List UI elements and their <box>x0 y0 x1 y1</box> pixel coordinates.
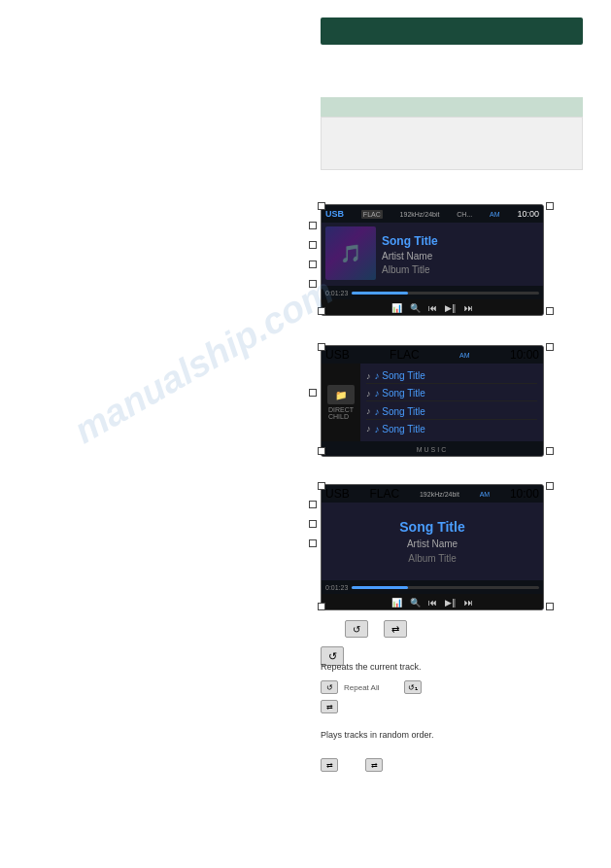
source-s1: CH... <box>457 211 472 218</box>
bracket-s1-bl <box>318 307 325 315</box>
note-icon-1: ♪ <box>366 371 371 381</box>
note-icon-2: ♪ <box>366 389 371 399</box>
repeat-desc-text: Repeats the current track. <box>321 661 583 674</box>
eq-btn-s3[interactable]: 📊 <box>391 598 402 608</box>
am-s2: AM <box>459 352 470 359</box>
bracket-s1-tr <box>546 202 554 210</box>
shuffle-icons-row: ⇄ <box>321 700 338 713</box>
list-item-2[interactable]: ♪ ♪ Song Title <box>366 386 537 401</box>
shuffle-icon-alt1: ⇄ <box>321 758 338 772</box>
am-s1: AM <box>490 211 500 218</box>
time-s2: 10:00 <box>510 348 539 362</box>
folder-label: DIRECTCHILD <box>328 406 354 420</box>
song-title-4: ♪ Song Title <box>375 424 425 434</box>
screen3-header: USB FLAC 192kHz/24bit AM 10:00 <box>322 485 543 503</box>
time-s3: 10:00 <box>510 487 539 501</box>
screen2-list: USB FLAC AM 10:00 📁 DIRECTCHILD ♪ ♪ Song… <box>321 345 544 457</box>
repeat-shuffle-icon-row: ↺ ⇄ <box>345 620 407 638</box>
progress-fill-s1 <box>352 292 408 295</box>
folder-icon: 📁 <box>327 385 355 404</box>
screen1-player: USB FLAC 192kHz/24bit CH... AM 10:00 🎵 S… <box>321 204 544 316</box>
section-content-box <box>321 117 583 170</box>
track-artist-s1: Artist Name <box>382 251 539 261</box>
track-album-s1: Album Title <box>382 264 539 275</box>
flac-label-s1: FLAC <box>361 210 383 219</box>
progress-bar-s3 <box>352 586 539 589</box>
prev-btn[interactable]: ⏮ <box>428 303 437 313</box>
side-label-s1-4 <box>309 280 317 288</box>
flac-label-s2: FLAC <box>390 348 420 362</box>
s3-album-title: Album Title <box>329 553 535 564</box>
shuffle-icon-main: ⇄ <box>321 700 338 713</box>
screen2-header: USB FLAC AM 10:00 <box>322 346 543 364</box>
song-title-2: ♪ Song Title <box>375 388 425 399</box>
screen3-body: Song Title Artist Name Album Title <box>322 503 543 580</box>
bracket-s1-br <box>546 307 554 315</box>
search-btn[interactable]: 🔍 <box>410 303 421 313</box>
shuffle-icon-alt2: ⇄ <box>365 758 383 772</box>
watermark: manualship.com <box>67 270 340 452</box>
screen2-body: 📁 DIRECTCHILD ♪ ♪ Song Title ♪ ♪ Song Ti… <box>322 364 543 441</box>
usb-label-s2: USB <box>325 348 350 362</box>
side-label-s1-2 <box>309 241 317 249</box>
list-item-4[interactable]: ♪ ♪ Song Title <box>366 422 537 436</box>
side-label-s1-3 <box>309 260 317 268</box>
progress-time-s1: 0:01:23 <box>325 290 348 296</box>
bracket-s3-tl <box>318 482 325 490</box>
screen3-controls[interactable]: 📊 🔍 ⏮ ▶‖ ⏭ <box>322 594 543 610</box>
screen2-footer: MUSIC <box>322 441 543 457</box>
song-title-1: ♪ Song Title <box>375 370 425 381</box>
bracket-s3-tr <box>546 482 554 490</box>
usb-label-s3: USB <box>325 487 350 501</box>
bracket-s2-tl <box>318 343 325 351</box>
note-icon-4: ♪ <box>366 424 371 434</box>
side-label-s3-1 <box>309 501 317 508</box>
search-btn-s3[interactable]: 🔍 <box>410 598 421 608</box>
shuffle-icon-row-2: ⇄ ⇄ <box>321 758 383 772</box>
bracket-s2-bl <box>318 447 325 455</box>
shuffle-desc-text: Plays tracks in random order. <box>321 729 583 742</box>
song-title-3: ♪ Song Title <box>375 406 425 417</box>
list-item-3[interactable]: ♪ ♪ Song Title <box>366 404 537 420</box>
album-art-s1: 🎵 <box>325 226 376 280</box>
bracket-s2-br <box>546 447 554 455</box>
small-icons-row: ↺ Repeat All ↺₁ <box>321 680 422 694</box>
s3-artist-name: Artist Name <box>329 538 535 549</box>
s3-song-title: Song Title <box>329 519 535 535</box>
side-label-s2-1 <box>309 389 317 397</box>
side-label-s3-3 <box>309 539 317 547</box>
progress-fill-s3 <box>352 586 408 589</box>
screen3-player: USB FLAC 192kHz/24bit AM 10:00 Song Titl… <box>321 484 544 610</box>
play-btn[interactable]: ▶‖ <box>445 303 457 313</box>
am-s3: AM <box>480 491 491 498</box>
repeat-all-label: Repeat All <box>344 683 379 692</box>
play-btn-s3[interactable]: ▶‖ <box>445 598 457 608</box>
eq-btn[interactable]: 📊 <box>391 303 402 313</box>
prev-btn-s3[interactable]: ⏮ <box>428 598 437 608</box>
list-item-1[interactable]: ♪ ♪ Song Title <box>366 368 537 384</box>
bracket-s1-tl <box>318 202 325 210</box>
usb-label-s1: USB <box>325 209 344 219</box>
note-icon-3: ♪ <box>366 406 371 416</box>
bracket-s2-tr <box>546 343 554 351</box>
repeat-all-icon: ↺ <box>321 680 338 694</box>
progress-time-s3: 0:01:23 <box>325 584 348 591</box>
bracket-s3-bl <box>318 603 325 610</box>
header-bar <box>321 17 583 45</box>
screen2-song-list: ♪ ♪ Song Title ♪ ♪ Song Title ♪ ♪ Song T… <box>360 364 543 441</box>
screen1-controls[interactable]: 📊 🔍 ⏮ ▶‖ ⏭ <box>322 299 543 316</box>
format-label-s1: 192kHz/24bit <box>400 211 440 218</box>
screen1-progress: 0:01:23 <box>322 286 543 299</box>
next-btn[interactable]: ⏭ <box>464 303 473 313</box>
screen2-sidebar: 📁 DIRECTCHILD <box>322 364 360 441</box>
shuffle-icon-box: ⇄ <box>384 620 407 638</box>
time-s1: 10:00 <box>517 209 539 219</box>
bracket-s3-br <box>546 603 554 610</box>
music-label-s2: MUSIC <box>417 446 449 453</box>
track-info-s1: Song Title Artist Name Album Title <box>382 226 539 282</box>
next-btn-s3[interactable]: ⏭ <box>464 598 473 608</box>
screen3-progress: 0:01:23 <box>322 580 543 594</box>
side-label-s1-1 <box>309 222 317 229</box>
screen1-body: 🎵 Song Title Artist Name Album Title <box>322 223 543 286</box>
format-label-s3: 192kHz/24bit <box>420 491 459 498</box>
